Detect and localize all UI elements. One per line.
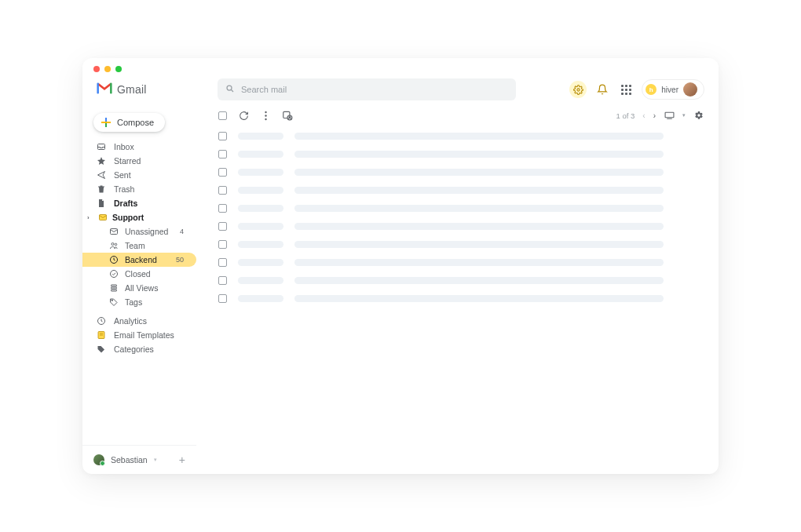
sidebar-subitem-team[interactable]: Team bbox=[82, 239, 196, 253]
row-checkbox[interactable] bbox=[218, 168, 227, 177]
svg-point-15 bbox=[112, 300, 113, 301]
new-chat-plus-icon[interactable]: + bbox=[179, 454, 185, 466]
row-checkbox[interactable] bbox=[218, 294, 227, 303]
mail-row[interactable] bbox=[218, 276, 704, 285]
subject-placeholder bbox=[294, 259, 664, 266]
row-checkbox[interactable] bbox=[218, 222, 227, 231]
sidebar-subitem-allviews[interactable]: All Views bbox=[82, 281, 196, 295]
list-toolbar: 1 of 3 ‹ › ▾ bbox=[196, 105, 704, 127]
row-checkbox[interactable] bbox=[218, 132, 227, 140]
mail-row[interactable] bbox=[218, 168, 704, 177]
list-settings-gear-icon[interactable] bbox=[693, 110, 704, 121]
sidebar-item-count: 4 bbox=[180, 228, 188, 235]
sidebar-item-label: All Views bbox=[125, 283, 158, 293]
sidebar-item-categories[interactable]: Categories bbox=[82, 342, 196, 356]
sidebar-subitem-closed[interactable]: Closed bbox=[82, 267, 196, 281]
templates-icon bbox=[97, 330, 106, 340]
settings-gear-icon[interactable] bbox=[569, 81, 587, 98]
sidebar-item-inbox[interactable]: Inbox bbox=[82, 140, 196, 154]
svg-point-2 bbox=[577, 88, 580, 90]
sender-placeholder bbox=[238, 169, 283, 176]
refresh-icon[interactable] bbox=[238, 110, 249, 121]
sidebar-item-starred[interactable]: Starred bbox=[82, 154, 196, 168]
row-checkbox[interactable] bbox=[218, 258, 227, 267]
search-icon bbox=[225, 84, 235, 95]
input-tools-caret-icon[interactable]: ▾ bbox=[682, 112, 686, 118]
sidebar-item-trash[interactable]: Trash bbox=[82, 182, 196, 196]
subject-placeholder bbox=[294, 223, 664, 230]
sender-placeholder bbox=[238, 187, 283, 194]
sidebar-item-label: Trash bbox=[114, 184, 134, 194]
row-checkbox[interactable] bbox=[218, 150, 227, 159]
sidebar-subitem-unassigned[interactable]: Unassigned4 bbox=[82, 224, 196, 239]
svg-line-1 bbox=[231, 89, 233, 92]
pagination-info: 1 of 3 bbox=[616, 111, 635, 120]
sidebar-item-label: Inbox bbox=[114, 142, 134, 151]
sidebar-item-analytics[interactable]: Analytics bbox=[82, 314, 196, 328]
stack-icon bbox=[109, 283, 119, 293]
mail-row[interactable] bbox=[218, 294, 704, 303]
inbox-icon bbox=[97, 142, 106, 151]
sidebar-item-label: Analytics bbox=[114, 316, 147, 326]
send-icon bbox=[97, 170, 106, 180]
sidebar-item-label: Tags bbox=[125, 297, 142, 307]
sidebar-item-sent[interactable]: Sent bbox=[82, 168, 196, 182]
sidebar-item-label: Closed bbox=[125, 269, 151, 279]
hangouts-user-row[interactable]: Sebastian ▾ + bbox=[82, 445, 196, 474]
star-icon bbox=[97, 156, 106, 166]
prev-page-icon[interactable]: ‹ bbox=[642, 111, 645, 120]
search-input[interactable]: Search mail bbox=[218, 78, 516, 100]
check-icon bbox=[109, 269, 119, 279]
mail-row[interactable] bbox=[218, 222, 704, 231]
user-menu-caret-icon[interactable]: ▾ bbox=[154, 457, 157, 463]
select-all-checkbox[interactable] bbox=[218, 111, 227, 120]
sender-placeholder bbox=[238, 133, 283, 140]
sidebar-item-templates[interactable]: Email Templates bbox=[82, 328, 196, 342]
svg-point-22 bbox=[265, 118, 266, 119]
user-avatar[interactable] bbox=[683, 82, 697, 97]
mail-row[interactable] bbox=[218, 150, 704, 159]
mail-row[interactable] bbox=[218, 240, 704, 249]
sidebar-subitem-tags[interactable]: Tags bbox=[82, 295, 196, 309]
clock-icon bbox=[97, 316, 106, 326]
mail-row[interactable] bbox=[218, 204, 704, 213]
gmail-logo[interactable]: Gmail bbox=[97, 82, 191, 97]
user-presence-avatar bbox=[93, 454, 104, 465]
row-checkbox[interactable] bbox=[218, 276, 227, 285]
sidebar-item-label: Sent bbox=[114, 170, 131, 180]
input-tools-icon[interactable] bbox=[664, 110, 675, 121]
sidebar-item-label: Backend bbox=[125, 255, 157, 264]
sidebar-item-label: Unassigned bbox=[125, 227, 168, 236]
row-checkbox[interactable] bbox=[218, 204, 227, 213]
row-checkbox[interactable] bbox=[218, 240, 227, 249]
sidebar-item-label: Team bbox=[125, 241, 145, 250]
hiver-label: hiver bbox=[661, 86, 678, 94]
maximize-window-button[interactable] bbox=[115, 66, 122, 72]
svg-rect-14 bbox=[112, 290, 117, 291]
more-menu-icon[interactable] bbox=[260, 110, 271, 121]
next-page-icon[interactable]: › bbox=[653, 111, 656, 120]
mail-row[interactable] bbox=[218, 132, 704, 140]
sender-placeholder bbox=[238, 223, 283, 230]
row-checkbox[interactable] bbox=[218, 186, 227, 195]
subject-placeholder bbox=[294, 277, 664, 284]
google-apps-icon[interactable] bbox=[618, 82, 634, 97]
envelope-icon bbox=[109, 227, 119, 236]
sidebar-subitem-backend[interactable]: Backend50 bbox=[82, 253, 196, 267]
mail-row[interactable] bbox=[218, 258, 704, 267]
gmail-m-icon bbox=[97, 82, 112, 97]
minimize-window-button[interactable] bbox=[104, 66, 111, 72]
sidebar-item-support[interactable]: › Support bbox=[82, 210, 196, 224]
subject-placeholder bbox=[294, 169, 664, 176]
sidebar-item-drafts[interactable]: Drafts bbox=[82, 196, 196, 210]
compose-button[interactable]: Compose bbox=[93, 113, 165, 132]
subject-placeholder bbox=[294, 241, 664, 248]
search-placeholder: Search mail bbox=[241, 85, 287, 94]
close-window-button[interactable] bbox=[93, 66, 100, 72]
svg-point-20 bbox=[265, 111, 266, 112]
mail-row[interactable] bbox=[218, 186, 704, 195]
svg-rect-26 bbox=[665, 112, 674, 118]
hiver-badge[interactable]: h hiver bbox=[642, 79, 704, 100]
notifications-bell-icon[interactable] bbox=[594, 82, 610, 97]
assign-user-icon[interactable] bbox=[282, 110, 293, 121]
